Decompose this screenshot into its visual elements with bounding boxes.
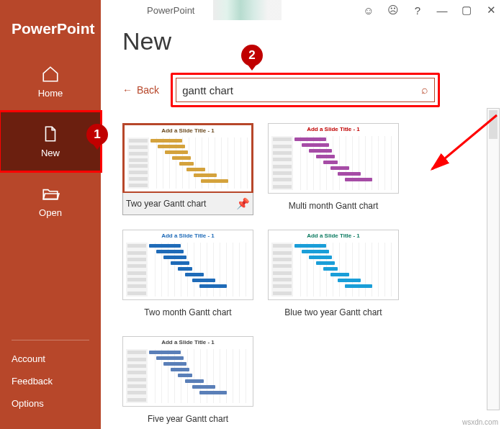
help-icon[interactable]: ? xyxy=(408,0,428,20)
folder-open-icon xyxy=(41,184,60,203)
window-title: PowerPoint xyxy=(147,5,194,16)
watermark: wsxdn.com xyxy=(462,418,498,426)
back-label: Back xyxy=(137,84,159,96)
sidebar-link-feedback[interactable]: Feedback xyxy=(12,370,89,392)
minimize-icon[interactable]: — xyxy=(432,0,452,20)
thumb-title: Add a Slide Title - 1 xyxy=(269,124,398,135)
titlebar: PowerPoint ☺ ☹ ? — ▢ ✕ xyxy=(101,0,504,20)
template-caption: Two month Gantt chart xyxy=(122,300,253,322)
new-document-icon xyxy=(41,125,60,143)
sidebar-item-home[interactable]: Home xyxy=(0,52,101,112)
template-thumbnail: Add a Slide Title - 1 xyxy=(122,123,253,194)
titlebar-gradient xyxy=(213,0,282,20)
main-area: PowerPoint ☺ ☹ ? — ▢ ✕ New ← Back ⌕ Add … xyxy=(101,0,504,429)
thumb-title: Add a Slide Title - 1 xyxy=(123,337,253,348)
pin-icon[interactable]: 📌 xyxy=(236,197,250,210)
template-thumbnail: Add a Slide Title - 1 xyxy=(268,230,399,300)
thumb-title: Add a Slide Title - 1 xyxy=(125,125,251,136)
gantt-preview xyxy=(123,241,253,299)
maximize-icon[interactable]: ▢ xyxy=(456,0,477,20)
back-button[interactable]: ← Back xyxy=(122,84,159,96)
template-item[interactable]: Add a Slide Title - 1Two month Gantt cha… xyxy=(122,230,253,322)
sidebar-item-new[interactable]: New xyxy=(0,112,101,171)
template-thumbnail: Add a Slide Title - 1 xyxy=(122,336,253,407)
gantt-preview xyxy=(269,135,398,193)
template-caption: Five year Gantt chart xyxy=(122,407,253,428)
template-results: Add a Slide Title - 1Two year Gantt char… xyxy=(122,123,468,428)
sidebar-link-account[interactable]: Account xyxy=(12,348,89,370)
search-input[interactable] xyxy=(182,84,421,96)
callout-2: 2 xyxy=(241,45,263,66)
frown-icon[interactable]: ☹ xyxy=(383,0,403,20)
search-icon[interactable]: ⌕ xyxy=(421,83,428,96)
smile-icon[interactable]: ☺ xyxy=(359,0,379,20)
template-caption: Two year Gantt chart xyxy=(126,199,206,209)
gantt-preview xyxy=(123,348,253,406)
thumb-title: Add a Slide Title - 1 xyxy=(123,230,253,241)
sidebar-bottom-links: Account Feedback Options xyxy=(12,340,89,429)
gantt-preview xyxy=(269,241,398,299)
svg-line-0 xyxy=(432,115,497,169)
callout-1: 1 xyxy=(86,124,108,145)
template-item[interactable]: Add a Slide Title - 1Two year Gantt char… xyxy=(122,123,253,215)
annotation-arrow xyxy=(418,108,504,180)
thumb-title: Add a Slide Title - 1 xyxy=(269,230,398,241)
template-item[interactable]: Add a Slide Title - 1Blue two year Gantt… xyxy=(268,230,399,322)
back-arrow-icon: ← xyxy=(122,84,132,96)
close-icon[interactable]: ✕ xyxy=(481,0,501,20)
sidebar: PowerPoint Home New Open Account Feedbac… xyxy=(0,0,101,429)
template-caption: Multi month Gantt chart xyxy=(268,194,399,215)
sidebar-link-options[interactable]: Options xyxy=(12,392,89,415)
template-thumbnail: Add a Slide Title - 1 xyxy=(122,230,253,300)
page-title: New xyxy=(122,27,482,55)
sidebar-item-label: New xyxy=(41,148,60,158)
template-item[interactable]: Add a Slide Title - 1Five year Gantt cha… xyxy=(122,336,253,428)
app-title: PowerPoint xyxy=(0,0,101,52)
gantt-preview xyxy=(125,136,251,191)
template-thumbnail: Add a Slide Title - 1 xyxy=(268,123,399,194)
search-box: ⌕ xyxy=(176,78,435,102)
search-highlight: ⌕ xyxy=(171,73,440,107)
sidebar-item-label: Open xyxy=(39,207,62,218)
sidebar-item-label: Home xyxy=(38,88,63,99)
home-icon xyxy=(41,65,60,83)
sidebar-item-open[interactable]: Open xyxy=(0,171,101,231)
template-item[interactable]: Add a Slide Title - 1Multi month Gantt c… xyxy=(268,123,399,215)
template-caption: Blue two year Gantt chart xyxy=(268,300,399,322)
